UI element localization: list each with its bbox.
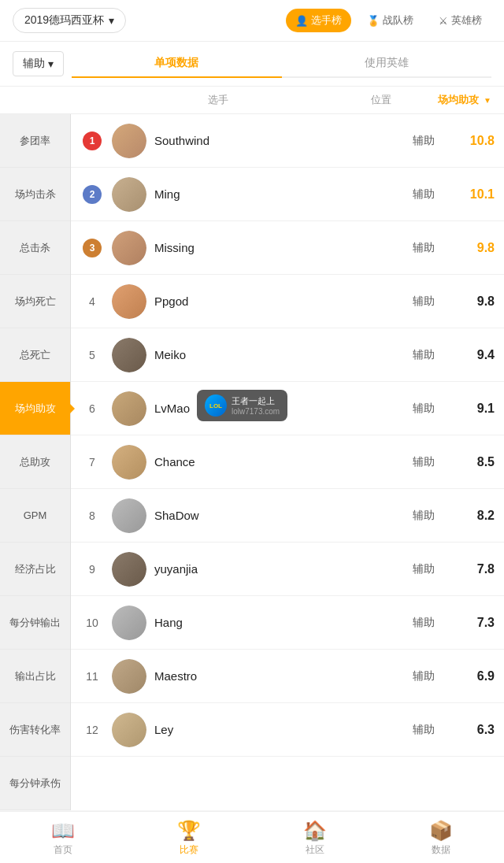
content-area: 参团率 场均击杀 总击杀 场均死亡 总死亡 场均助攻 总助攻 GPM 经济占比 … [0, 114, 504, 810]
bottom-nav: 📖 首页 🏆 比赛 🏠 社区 📦 数据 [0, 811, 504, 863]
avatar [112, 498, 146, 533]
rank-badge: 10 [80, 617, 104, 629]
stat-total-kills[interactable]: 总击杀 [0, 221, 70, 275]
table-row[interactable]: 12 Ley 辅助 6.3 [71, 703, 504, 757]
player-name: Southwind [154, 134, 400, 147]
stat-avg-assists[interactable]: 场均助攻 [0, 382, 70, 435]
rank-badge: 3 [80, 239, 104, 257]
player-name: Ppgod [154, 294, 400, 308]
chevron-down-icon: ▾ [109, 14, 114, 27]
player-position: 辅助 [400, 562, 447, 576]
tab-teams[interactable]: 🏅 战队榜 [358, 9, 423, 32]
stat-participation[interactable]: 参团率 [0, 114, 70, 168]
stat-dmg-share[interactable]: 输出占比 [0, 650, 70, 703]
table-row[interactable]: 1 Southwind 辅助 10.8 [71, 114, 504, 168]
player-position: 辅助 [400, 294, 447, 309]
stat-econ-share[interactable]: 经济占比 [0, 543, 70, 596]
player-name: Chance [154, 455, 400, 469]
player-position: 辅助 [400, 402, 447, 416]
stat-dtpm[interactable]: 每分钟承伤 [0, 757, 70, 810]
player-name: Ley [154, 723, 400, 736]
avatar [112, 552, 146, 587]
tab-players[interactable]: 👤 选手榜 [286, 9, 351, 32]
player-stat: 7.8 [447, 562, 495, 576]
stat-gpm[interactable]: GPM [0, 489, 70, 543]
filter-row: 辅助 ▾ 单项数据 使用英雄 [0, 42, 504, 87]
top-nav: 2019德玛西亚杯 ▾ 👤 选手榜 🏅 战队榜 ⚔ 英雄榜 [0, 0, 504, 42]
player-stat: 10.8 [447, 134, 495, 148]
table-row[interactable]: 11 Maestro 辅助 6.9 [71, 650, 504, 703]
rank-badge: 11 [80, 670, 104, 683]
stat-dpm[interactable]: 每分钟输出 [0, 596, 70, 650]
table-row[interactable]: 6 LvMao LOL 王者一起上 lolw7173.com 辅助 9.1 [71, 382, 504, 435]
stat-avg-kills[interactable]: 场均击杀 [0, 168, 70, 221]
players-icon: 👤 [295, 15, 308, 27]
player-position: 辅助 [400, 509, 447, 523]
table-row[interactable]: 7 Chance 辅助 8.5 [71, 435, 504, 489]
rank-badge: 12 [80, 724, 104, 736]
table-header: 选手 位置 场均助攻 ▼ [0, 87, 504, 114]
rank-medal-2: 2 [83, 185, 102, 204]
match-label: 比赛 [180, 843, 198, 857]
player-position: 辅助 [400, 348, 447, 362]
bottom-nav-match[interactable]: 🏆 比赛 [126, 812, 252, 863]
position-selector[interactable]: 辅助 ▾ [13, 51, 64, 76]
rank-medal-1: 1 [83, 131, 102, 150]
community-icon: 🏠 [303, 820, 327, 842]
avatar [112, 659, 146, 694]
player-stat: 8.2 [447, 509, 495, 523]
stat-avg-deaths[interactable]: 场均死亡 [0, 275, 70, 328]
th-stat: 场均助攻 ▼ [413, 93, 491, 107]
rank-badge: 1 [80, 131, 104, 150]
table-row[interactable]: 3 Missing 辅助 9.8 [71, 221, 504, 275]
table-row[interactable]: 5 Meiko 辅助 9.4 [71, 328, 504, 382]
avatar [112, 231, 146, 265]
avatar [112, 177, 146, 212]
community-label: 社区 [306, 843, 324, 857]
heroes-used-tab[interactable]: 使用英雄 [282, 50, 492, 78]
avatar [112, 713, 146, 747]
avatar [112, 338, 146, 372]
stat-sidebar: 参团率 场均击杀 总击杀 场均死亡 总死亡 场均助攻 总助攻 GPM 经济占比 … [0, 114, 71, 810]
player-stat: 9.1 [447, 402, 495, 416]
rank-badge: 9 [80, 563, 104, 576]
player-position: 辅助 [400, 616, 447, 630]
table-row[interactable]: 10 Hang 辅助 7.3 [71, 596, 504, 650]
stat-total-assists[interactable]: 总助攻 [0, 435, 70, 489]
bottom-nav-home[interactable]: 📖 首页 [0, 812, 126, 863]
avatar [112, 445, 146, 480]
player-position: 辅助 [400, 669, 447, 683]
player-name: Hang [154, 616, 400, 629]
avatar [112, 606, 146, 640]
rank-badge: 4 [80, 295, 104, 308]
table-row[interactable]: 2 Ming 辅助 10.1 [71, 168, 504, 221]
player-stat: 9.8 [447, 294, 495, 309]
player-position: 辅助 [400, 134, 447, 148]
avatar [112, 391, 146, 426]
stat-dmg-convert[interactable]: 伤害转化率 [0, 703, 70, 757]
rank-badge: 5 [80, 349, 104, 361]
player-position: 辅助 [400, 241, 447, 255]
tab-heroes[interactable]: ⚔ 英雄榜 [429, 9, 491, 32]
home-label: 首页 [54, 843, 72, 857]
watermark-lol-icon: LOL [205, 394, 227, 417]
tournament-selector[interactable]: 2019德玛西亚杯 ▾ [13, 8, 126, 33]
player-position: 辅助 [400, 455, 447, 469]
player-stat: 10.1 [447, 187, 495, 202]
stat-total-deaths[interactable]: 总死亡 [0, 328, 70, 382]
nav-tabs: 👤 选手榜 🏅 战队榜 ⚔ 英雄榜 [135, 9, 491, 32]
player-name: Meiko [154, 348, 400, 361]
table-row[interactable]: 8 ShaDow 辅助 8.2 [71, 489, 504, 543]
single-data-tab[interactable]: 单项数据 [72, 50, 282, 78]
bottom-nav-community[interactable]: 🏠 社区 [252, 812, 378, 863]
player-name: yuyanjia [154, 562, 400, 576]
data-icon: 📦 [429, 820, 453, 842]
player-name: ShaDow [154, 509, 400, 522]
th-player: 选手 [87, 93, 350, 107]
bottom-nav-data[interactable]: 📦 数据 [378, 812, 504, 863]
position-chevron-icon: ▾ [48, 57, 54, 70]
table-row[interactable]: 4 Ppgod 辅助 9.8 [71, 275, 504, 328]
rank-badge: 7 [80, 456, 104, 469]
table-row[interactable]: 9 yuyanjia 辅助 7.8 [71, 543, 504, 596]
avatar [112, 124, 146, 158]
